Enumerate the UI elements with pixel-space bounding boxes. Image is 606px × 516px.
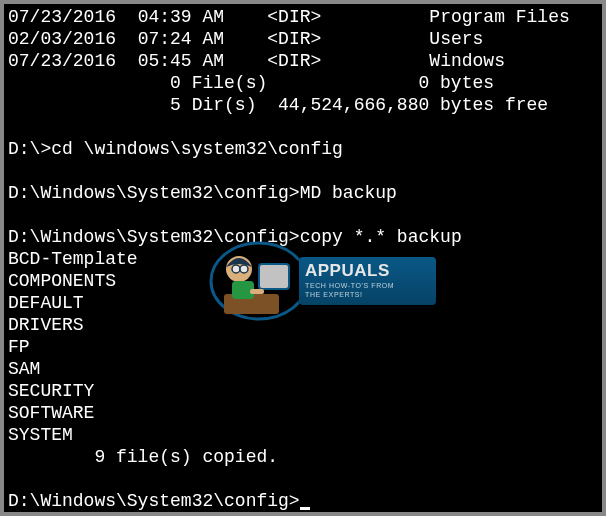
copied-file: SECURITY [8, 381, 94, 401]
copied-summary: 9 file(s) copied. [8, 447, 278, 467]
copied-file: COMPONENTS [8, 271, 116, 291]
copied-file: DEFAULT [8, 293, 84, 313]
prompt: D:\Windows\System32\config> [8, 183, 300, 203]
command: cd \windows\system32\config [51, 139, 343, 159]
copied-file: FP [8, 337, 30, 357]
prompt: D:\> [8, 139, 51, 159]
summary-files: 0 File(s) 0 bytes [8, 73, 494, 93]
command: MD backup [300, 183, 397, 203]
dir-row: 07/23/2016 04:39 AM <DIR> Program Files [8, 7, 570, 27]
cursor [300, 507, 310, 510]
copied-file: SAM [8, 359, 40, 379]
prompt: D:\Windows\System32\config> [8, 491, 300, 511]
copied-file: SOFTWARE [8, 403, 94, 423]
copied-file: BCD-Template [8, 249, 138, 269]
dir-row: 02/03/2016 07:24 AM <DIR> Users [8, 29, 483, 49]
terminal-output[interactable]: 07/23/2016 04:39 AM <DIR> Program Files … [4, 4, 602, 514]
prompt: D:\Windows\System32\config> [8, 227, 300, 247]
command: copy *.* backup [300, 227, 462, 247]
dir-row: 07/23/2016 05:45 AM <DIR> Windows [8, 51, 505, 71]
terminal-window: 07/23/2016 04:39 AM <DIR> Program Files … [0, 0, 606, 516]
summary-dirs: 5 Dir(s) 44,524,666,880 bytes free [8, 95, 548, 115]
copied-file: DRIVERS [8, 315, 84, 335]
copied-file: SYSTEM [8, 425, 73, 445]
